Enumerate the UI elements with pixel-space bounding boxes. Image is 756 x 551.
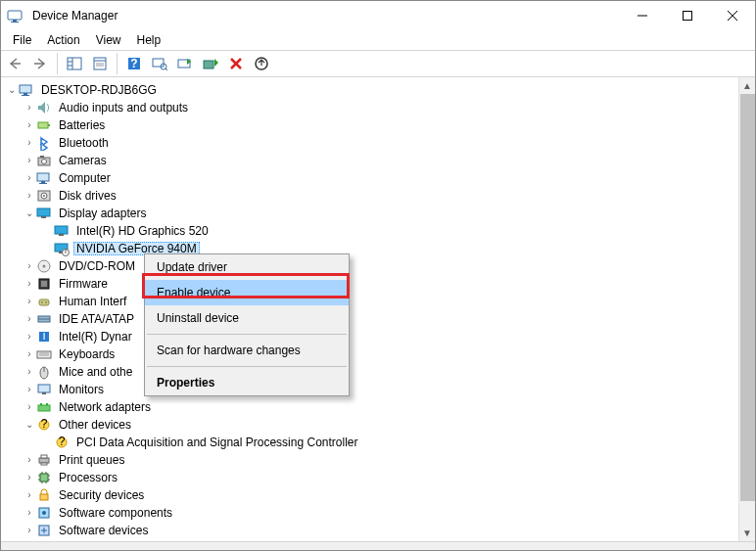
chevron-right-icon[interactable]: ›	[23, 402, 36, 412]
svg-rect-40	[41, 216, 46, 218]
tree-category[interactable]: ›IDE ATA/ATAP	[5, 310, 755, 328]
context-item[interactable]: Enable device	[145, 280, 349, 305]
tree-device[interactable]: ›?PCI Data Acquisition and Signal Proces…	[5, 434, 755, 451]
tree-category[interactable]: ›Disk drives	[5, 187, 755, 205]
tree-category-label: Network adapters	[56, 400, 154, 414]
svg-rect-49	[41, 281, 47, 287]
menu-help[interactable]: Help	[129, 31, 169, 49]
context-item[interactable]: Update driver	[145, 254, 349, 280]
chevron-right-icon[interactable]: ›	[23, 156, 36, 165]
scroll-up-button[interactable]: ▲	[739, 77, 755, 94]
display-icon	[54, 223, 70, 239]
tree-category-label: Audio inputs and outputs	[56, 101, 191, 115]
scroll-track[interactable]	[739, 501, 755, 525]
chevron-right-icon[interactable]: ›	[23, 349, 36, 359]
tree-category[interactable]: ›Network adapters	[5, 398, 755, 416]
tree-category[interactable]: ›Print queues	[5, 451, 755, 469]
chevron-down-icon[interactable]: ⌄	[5, 85, 19, 95]
chevron-right-icon[interactable]: ›	[23, 332, 36, 342]
scroll-down-button[interactable]: ▼	[739, 525, 755, 541]
chevron-right-icon[interactable]: ›	[23, 261, 36, 271]
tree-category[interactable]: ›DVD/CD-ROM	[5, 257, 755, 275]
svg-rect-73	[41, 463, 47, 465]
scroll-thumb[interactable]	[740, 94, 755, 501]
dvd-icon	[36, 258, 52, 274]
add-legacy-toolbar-button[interactable]	[250, 52, 273, 75]
chevron-right-icon[interactable]: ›	[23, 385, 36, 394]
minimize-button[interactable]	[620, 1, 665, 30]
chevron-right-icon[interactable]: ›	[23, 120, 36, 130]
maximize-button[interactable]	[665, 1, 710, 30]
chevron-right-icon[interactable]: ›	[23, 455, 36, 465]
uninstall-toolbar-button[interactable]	[224, 52, 248, 75]
tree-device-label: Intel(R) HD Graphics 520	[73, 224, 212, 238]
tree-category[interactable]: ›Software components	[5, 504, 755, 522]
keyboard-icon	[36, 346, 52, 362]
svg-rect-35	[39, 183, 47, 184]
context-item[interactable]: Properties	[145, 370, 349, 395]
properties-toolbar-button[interactable]	[88, 52, 112, 75]
display-icon	[36, 206, 52, 221]
chevron-right-icon[interactable]: ›	[23, 103, 36, 113]
scan-toolbar-button[interactable]	[148, 52, 171, 75]
chevron-right-icon[interactable]: ›	[23, 526, 36, 535]
tree-category[interactable]: ›iIntel(R) Dynar	[5, 328, 755, 345]
back-button[interactable]	[3, 52, 26, 75]
tree-category[interactable]: ›Human Interf	[5, 293, 755, 310]
context-item[interactable]: Scan for hardware changes	[145, 338, 349, 363]
chevron-right-icon[interactable]: ›	[23, 508, 36, 518]
tree-category-label: Display adapters	[56, 207, 149, 220]
tree-category[interactable]: ›Security devices	[5, 486, 755, 504]
tree-category[interactable]: ›Software devices	[5, 522, 755, 539]
tree-category[interactable]: ⌄Display adapters	[5, 205, 755, 222]
svg-rect-42	[59, 234, 64, 236]
enable-toolbar-button[interactable]	[199, 52, 222, 75]
tree-category[interactable]: ›Computer	[5, 169, 755, 187]
context-item[interactable]: Uninstall device	[145, 305, 349, 331]
app-icon	[7, 8, 23, 23]
show-hide-tree-button[interactable]	[63, 52, 86, 75]
update-driver-toolbar-button[interactable]	[173, 52, 197, 75]
tree-category[interactable]: ›Keyboards	[5, 345, 755, 363]
chevron-right-icon[interactable]: ›	[23, 173, 36, 183]
tree-category[interactable]: ›Audio inputs and outputs	[5, 99, 755, 116]
tree-category[interactable]: ›Mice and othe	[5, 363, 755, 381]
svg-rect-83	[40, 494, 48, 500]
tree-device[interactable]: ›NVIDIA GeForce 940M	[5, 240, 755, 257]
svg-rect-34	[41, 181, 45, 183]
tree-category-label: Cameras	[56, 154, 110, 167]
svg-rect-74	[40, 474, 48, 482]
chevron-down-icon[interactable]: ⌄	[23, 208, 36, 218]
tree-category-label: Processors	[56, 471, 120, 484]
menu-action[interactable]: Action	[39, 31, 87, 49]
vertical-scrollbar[interactable]: ▲ ▼	[738, 77, 755, 541]
chevron-right-icon[interactable]: ›	[23, 138, 36, 148]
tree-category[interactable]: ›Batteries	[5, 116, 755, 134]
tree-category[interactable]: ›Cameras	[5, 152, 755, 169]
tree-device[interactable]: ›Intel(R) HD Graphics 520	[5, 222, 755, 240]
chevron-right-icon[interactable]: ›	[23, 279, 36, 289]
svg-rect-2	[11, 22, 19, 23]
tree-category[interactable]: ⌄?Other devices	[5, 416, 755, 434]
chevron-right-icon[interactable]: ›	[23, 367, 36, 377]
svg-point-52	[45, 301, 47, 303]
forward-button[interactable]	[28, 52, 52, 75]
chevron-right-icon[interactable]: ›	[23, 314, 36, 324]
svg-rect-26	[24, 93, 27, 95]
tree-category[interactable]: ›Firmware	[5, 275, 755, 293]
tree-root[interactable]: ⌄DESKTOP-RDJB6GG	[5, 81, 755, 99]
chevron-right-icon[interactable]: ›	[23, 191, 36, 201]
tree-category[interactable]: ›Processors	[5, 469, 755, 486]
close-button[interactable]	[710, 1, 755, 30]
chevron-right-icon[interactable]: ›	[23, 297, 36, 306]
chevron-right-icon[interactable]: ›	[23, 473, 36, 482]
mouse-icon	[36, 364, 52, 380]
menu-view[interactable]: View	[88, 31, 129, 49]
chevron-right-icon[interactable]: ›	[23, 490, 36, 500]
tree-category[interactable]: ›Monitors	[5, 381, 755, 398]
help-toolbar-button[interactable]: ?	[122, 52, 146, 75]
menu-file[interactable]: File	[5, 31, 39, 49]
tree-category[interactable]: ›Bluetooth	[5, 134, 755, 152]
chevron-down-icon[interactable]: ⌄	[23, 420, 36, 430]
svg-point-51	[41, 301, 43, 303]
